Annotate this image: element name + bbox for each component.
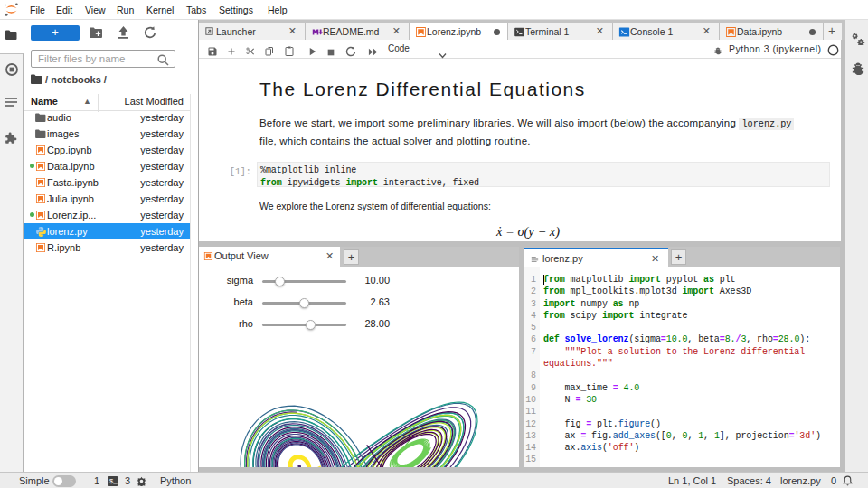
svg-text:$_: $_ [109,478,118,485]
